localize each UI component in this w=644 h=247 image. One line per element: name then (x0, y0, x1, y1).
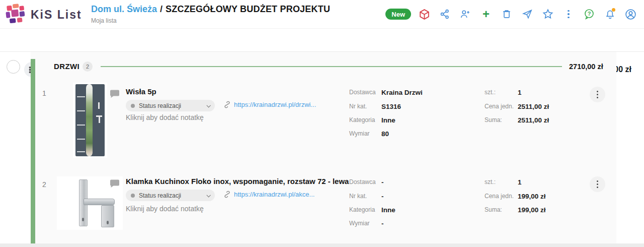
plus-icon: + (482, 8, 490, 20)
account-button[interactable] (623, 7, 638, 22)
top-header: KiS List Dom ul. Świeża/SZCZEGÓŁOWY BUDŻ… (0, 0, 644, 29)
item-link-text: https://krainadrzwi.pl/drzwi... (234, 101, 316, 108)
account-icon (624, 8, 637, 21)
person-add-icon (460, 9, 471, 20)
value-wymiar: 80 (381, 130, 389, 138)
help-icon: ? (583, 8, 595, 20)
value-cena-jedn: 2511,00 zł (518, 103, 549, 110)
app-logo-icon (4, 3, 27, 26)
3d-box-button[interactable] (417, 7, 432, 22)
section-count-badge: 2 (83, 61, 93, 72)
section-divider-line (101, 66, 562, 67)
item-link[interactable]: https://krainadrzwi.pl/drzwi... (223, 101, 316, 108)
row-menu-button[interactable] (590, 176, 605, 192)
favorite-button[interactable] (540, 7, 555, 22)
label-kategoria: Kategoria (349, 116, 375, 124)
label-cena-jedn: Cena jedn. (485, 193, 514, 200)
project-name[interactable]: Dom ul. Świeża (91, 4, 157, 14)
label-dostawca: Dostawca (349, 178, 376, 186)
notification-dot (612, 8, 615, 12)
product-image-door[interactable] (73, 83, 107, 158)
share-button[interactable] (437, 7, 452, 22)
status-dot-icon (131, 194, 135, 198)
add-note-button[interactable]: Kliknij aby dodać notatkę (126, 205, 204, 213)
delete-button[interactable] (499, 7, 514, 22)
app-logo-text: KiS List (31, 8, 82, 22)
value-kategoria: Inne (381, 206, 395, 214)
value-szt: 1 (518, 89, 522, 96)
kebab-menu-icon (568, 10, 570, 19)
status-label: Status realizacji (139, 102, 203, 109)
item-title[interactable]: Wisła 5p (126, 87, 156, 96)
kebab-menu-icon (597, 180, 598, 188)
item-link-text: https://krainadrzwi.pl/akce... (234, 191, 314, 198)
label-suma: Suma: (485, 116, 502, 124)
item-title[interactable]: Klamka Kuchinox Floko inox, wspomaganie,… (126, 177, 349, 186)
value-wymiar: - (381, 220, 384, 227)
comment-icon (109, 179, 120, 189)
section-sum: 2710,00 zł (569, 63, 603, 71)
label-szt: szt.: (485, 178, 496, 186)
comment-button[interactable] (109, 179, 120, 191)
send-list-button[interactable] (520, 7, 535, 22)
value-dostawca: - (381, 178, 384, 186)
budget-page: KiS List Dom ul. Świeża/SZCZEGÓŁOWY BUDŻ… (0, 0, 644, 247)
new-badge[interactable]: New (385, 9, 411, 20)
page-title: SZCZEGÓŁOWY BUDŻET PROJEKTU (166, 4, 330, 14)
kebab-menu-icon (597, 91, 598, 98)
value-kategoria: Inne (381, 116, 395, 124)
add-item-button[interactable]: + (478, 7, 494, 22)
breadcrumb-separator: / (157, 4, 166, 14)
trash-icon (501, 9, 512, 20)
header-toolbar: New + (385, 7, 638, 22)
help-button[interactable]: ? (582, 7, 597, 22)
status-dot-icon (131, 104, 135, 108)
comment-icon (109, 89, 120, 99)
label-kategoria: Kategoria (349, 206, 375, 213)
status-select[interactable]: Status realizacji (126, 190, 215, 201)
more-options-button[interactable] (561, 7, 576, 22)
breadcrumb: Dom ul. Świeża/SZCZEGÓŁOWY BUDŻET PROJEK… (91, 4, 330, 24)
label-wymiar: Wymiar (349, 130, 370, 137)
value-suma: 2511,00 zł (518, 116, 549, 124)
value-nr-kat: - (381, 193, 384, 200)
chevron-down-icon (206, 103, 210, 107)
label-suma: Suma: (485, 206, 502, 213)
value-cena-jedn: 199,00 zł (518, 193, 546, 200)
status-select[interactable]: Status realizacji (126, 100, 215, 111)
app-logo[interactable]: KiS List (5, 4, 82, 25)
section-name[interactable]: DRZWI (54, 62, 79, 71)
status-label: Status realizacji (139, 192, 203, 199)
value-dostawca: Kraina Drzwi (381, 89, 423, 96)
value-nr-kat: S1316 (381, 103, 401, 110)
label-wymiar: Wymiar (349, 220, 370, 227)
star-icon (542, 8, 554, 20)
label-nr-kat: Nr kat. (349, 193, 367, 200)
add-collaborator-button[interactable] (458, 7, 473, 22)
filter-bar: L Pokaż sekcje Pokaż kategorie Pokaż sta… (0, 29, 644, 52)
label-szt: szt.: (485, 89, 496, 96)
link-icon (223, 101, 231, 108)
section-header: DRZWI 2 2710,00 zł (0, 59, 644, 75)
list-subtitle: Moja lista (91, 17, 330, 24)
label-dostawca: Dostawca (349, 89, 376, 96)
comment-button[interactable] (109, 89, 120, 101)
item-row-1: 1 Wisła 5p Status realizacji (0, 83, 644, 168)
horizontal-scrollbar[interactable] (0, 243, 644, 247)
add-note-button[interactable]: Kliknij aby dodać notatkę (126, 113, 204, 121)
notifications-button[interactable] (602, 7, 617, 22)
value-szt: 1 (518, 178, 522, 186)
item-row-2: 2 Klamka Kuchinox Floko inox, wspomagani… (0, 172, 644, 247)
value-suma: 199,00 zł (518, 206, 546, 214)
item-index: 2 (42, 180, 46, 189)
label-nr-kat: Nr kat. (349, 103, 367, 110)
share-icon (439, 9, 450, 20)
row-menu-button[interactable] (590, 87, 605, 102)
item-link[interactable]: https://krainadrzwi.pl/akce... (223, 191, 314, 198)
door-graphic (75, 84, 105, 156)
3d-box-icon (418, 8, 431, 21)
link-icon (223, 191, 231, 198)
label-cena-jedn: Cena jedn. (485, 103, 514, 110)
paper-plane-icon (522, 9, 533, 20)
svg-text:?: ? (588, 11, 591, 17)
